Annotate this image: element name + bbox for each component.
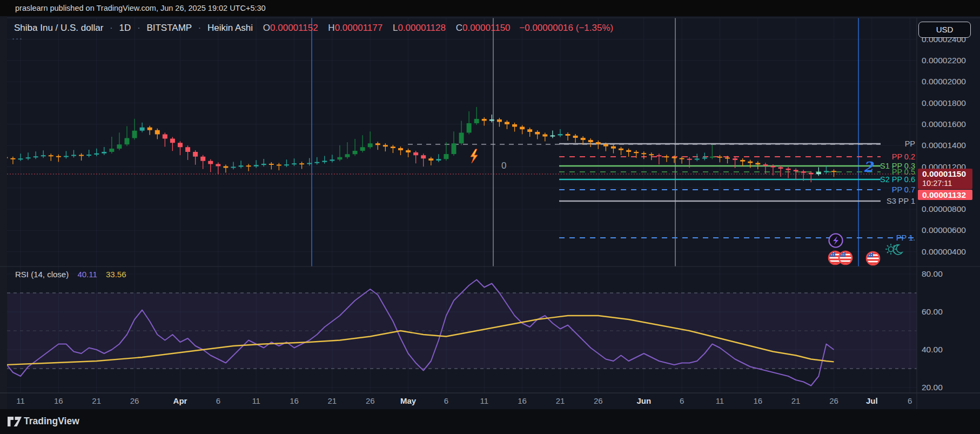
candle[interactable] — [239, 165, 244, 166]
candle[interactable] — [641, 153, 646, 154]
candle[interactable] — [155, 130, 160, 135]
candle[interactable] — [254, 165, 259, 166]
lightning-marker-icon[interactable] — [471, 149, 478, 163]
tradingview-brand-text[interactable]: TradingView — [24, 416, 79, 427]
time-axis[interactable]: 11162126Apr611162126May611162126Jun61116… — [16, 396, 912, 405]
chart-canvas[interactable]: PPPP 0.2S1 PP 0.3PP 0.5S2 PP 0.6PP 0.7S3… — [0, 0, 980, 434]
candle[interactable] — [368, 143, 373, 147]
candle[interactable] — [794, 170, 798, 171]
candle[interactable] — [353, 151, 358, 154]
candle[interactable] — [360, 147, 365, 151]
candle[interactable] — [436, 159, 441, 161]
candle[interactable] — [755, 163, 760, 164]
candle[interactable] — [535, 132, 540, 135]
candle[interactable] — [733, 158, 737, 160]
candle[interactable] — [216, 164, 220, 166]
candle[interactable] — [687, 159, 692, 160]
candle[interactable] — [398, 148, 403, 150]
candle[interactable] — [680, 158, 684, 159]
candle[interactable] — [102, 152, 106, 153]
candle[interactable] — [505, 122, 509, 124]
candle[interactable] — [170, 138, 175, 143]
candle[interactable] — [193, 152, 198, 157]
candle[interactable] — [619, 149, 623, 150]
candle[interactable] — [406, 150, 411, 152]
candle[interactable] — [49, 155, 53, 156]
candle[interactable] — [178, 143, 183, 147]
candle[interactable] — [383, 145, 388, 146]
candle[interactable] — [277, 165, 281, 166]
candle[interactable] — [695, 159, 700, 160]
candle[interactable] — [292, 163, 297, 164]
candle[interactable] — [459, 133, 464, 144]
candle[interactable] — [322, 161, 327, 162]
candle[interactable] — [778, 167, 783, 169]
rsi-legend[interactable]: RSI (14, close) 40.11 33.56 — [15, 270, 126, 279]
candle[interactable] — [337, 157, 342, 159]
us-flag-icon[interactable] — [839, 251, 852, 264]
interval-label[interactable]: 1D — [119, 23, 131, 33]
candle[interactable] — [748, 162, 753, 163]
candle[interactable] — [763, 164, 768, 166]
candle[interactable] — [474, 119, 479, 123]
candle[interactable] — [740, 160, 745, 162]
candle[interactable] — [656, 155, 661, 156]
candle[interactable] — [132, 131, 137, 138]
candle[interactable] — [413, 152, 418, 155]
candle[interactable] — [124, 138, 129, 144]
candle[interactable] — [231, 167, 236, 168]
candle[interactable] — [664, 156, 669, 157]
candle[interactable] — [497, 119, 502, 122]
candle[interactable] — [801, 171, 806, 173]
candle[interactable] — [467, 123, 472, 133]
candle[interactable] — [809, 173, 814, 175]
candle[interactable] — [223, 166, 228, 168]
candle[interactable] — [185, 147, 190, 152]
candle[interactable] — [649, 154, 654, 155]
candle[interactable] — [33, 156, 38, 157]
candle[interactable] — [725, 157, 730, 158]
candle[interactable] — [816, 172, 821, 175]
candle[interactable] — [71, 155, 76, 156]
legend-more-ellipsis[interactable]: ··· — [12, 34, 23, 43]
symbol-legend[interactable]: Shiba Inu / U.S. dollar · 1D · BITSTAMP … — [14, 23, 613, 35]
candle[interactable] — [86, 155, 91, 156]
price-pane[interactable]: PPPP 0.2S1 PP 0.3PP 0.5S2 PP 0.6PP 0.7S3… — [3, 18, 917, 266]
candle[interactable] — [588, 140, 593, 142]
candle[interactable] — [770, 166, 775, 168]
candle[interactable] — [64, 156, 69, 157]
candle[interactable] — [451, 143, 456, 154]
candle[interactable] — [566, 134, 570, 136]
candle[interactable] — [824, 171, 829, 172]
candle[interactable] — [314, 162, 319, 163]
candle[interactable] — [10, 158, 15, 159]
text-annotation-zero[interactable]: 0 — [501, 161, 506, 171]
candle[interactable] — [109, 149, 114, 152]
candle[interactable] — [200, 157, 205, 161]
candle[interactable] — [18, 158, 23, 159]
candle[interactable] — [147, 128, 152, 130]
candle[interactable] — [140, 128, 145, 131]
candle[interactable] — [482, 119, 487, 121]
candle[interactable] — [596, 142, 601, 144]
candle[interactable] — [717, 157, 722, 158]
candle[interactable] — [831, 171, 836, 172]
symbol-title[interactable]: Shiba Inu / U.S. dollar — [14, 23, 103, 33]
candle[interactable] — [520, 127, 525, 130]
candle[interactable] — [444, 154, 448, 159]
candle[interactable] — [611, 146, 616, 149]
candle[interactable] — [26, 157, 31, 158]
candle[interactable] — [710, 157, 715, 158]
candle[interactable] — [550, 136, 555, 137]
candle[interactable] — [702, 158, 707, 159]
sun-moon-icon[interactable] — [885, 244, 902, 255]
candle[interactable] — [208, 161, 213, 164]
candle[interactable] — [330, 159, 334, 161]
candle[interactable] — [284, 164, 289, 165]
candle[interactable] — [489, 119, 494, 121]
candle[interactable] — [421, 155, 426, 158]
candle[interactable] — [391, 146, 395, 148]
candle[interactable] — [786, 169, 791, 170]
candle[interactable] — [269, 164, 274, 165]
candle[interactable] — [41, 155, 46, 156]
